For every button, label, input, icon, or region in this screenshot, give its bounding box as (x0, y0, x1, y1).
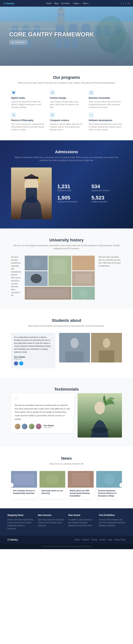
svg-point-37 (39, 181, 40, 182)
program-1-desc: Learn Fashion Design skills at your plac… (50, 100, 83, 109)
history-layout: We don't just give students an education… (11, 256, 122, 300)
hero-btn-arrow: ▶ (12, 41, 14, 43)
history-photo-6 (25, 287, 71, 300)
program-5-name: Software development (89, 119, 122, 122)
student-photo-1 (59, 333, 90, 362)
footer-link-features[interactable]: Features (82, 539, 89, 541)
news-card-4: Vermont Symphony Orchestra Returns to Ev… (96, 471, 122, 499)
news-title-2: Upcoming events on our university (42, 490, 64, 495)
social-facebook[interactable]: f (121, 2, 122, 4)
program-2-desc: These courses will provide you with the … (89, 100, 122, 109)
hero-tag: Build a beautiful website in minutes (9, 28, 94, 30)
business-icon (89, 90, 94, 95)
hero-cta-button[interactable]: ▶ Get Started (9, 40, 28, 44)
footer-col-4-text: Join our 2022 exhibition with over 300 o… (99, 518, 126, 527)
testimonial-reviewer-role: Marketing (44, 426, 54, 428)
footer-logo-icon: ⬡ (8, 538, 10, 541)
nav-store[interactable]: Store ▾ (83, 2, 89, 4)
news-title-4: Vermont Symphony Orchestra Returns to Ev… (98, 490, 120, 497)
footer-link-help[interactable]: Help (108, 539, 112, 541)
student-quote: It's a multicultural university in a div… (14, 336, 52, 354)
nav-home[interactable]: Home (46, 2, 52, 4)
news-section: News News from our university student's … (0, 447, 133, 508)
testimonial-avatar-1 (15, 424, 20, 429)
history-photo-2 (48, 256, 71, 286)
svg-rect-29 (51, 114, 54, 116)
history-left-col: We don't just give students an education… (11, 256, 21, 300)
news-cards: The Computer Science is fundamentally Im… (11, 471, 122, 499)
news-body-3: Details about our Fifth Annual Speed Pai… (68, 488, 94, 499)
svg-point-65 (46, 474, 59, 484)
news-body-2: Upcoming events on our university (40, 488, 66, 496)
program-software: Software development Take software devel… (89, 112, 122, 131)
facebook-icon: f (16, 362, 16, 364)
students-subtitle: Read what current students and alumni ha… (11, 324, 122, 328)
nav-blog[interactable]: Blog (54, 2, 58, 4)
testimonials-title: Testimonials (11, 387, 122, 392)
testimonial-text: We had an incredible experience working … (15, 404, 70, 421)
svg-rect-67 (72, 473, 90, 486)
twitter-icon: t (21, 362, 22, 364)
students-section: Students about Read what current student… (0, 309, 133, 378)
software-icon (89, 112, 94, 118)
footer-nav: ⬡ Gantry About Features Pricing Careers … (0, 536, 133, 544)
svg-rect-58 (99, 350, 114, 362)
testimonial-photo (78, 393, 122, 438)
social-twitter[interactable]: t (123, 2, 124, 4)
footer-bottom: © 2022 All rights reserved. Designed & D… (0, 544, 133, 549)
nav-forwork[interactable]: For Work ▾ (61, 2, 70, 4)
programs-grid: Digital media Courses are structured to … (11, 90, 122, 131)
program-4-desc: Develop or deepen digital skills with ou… (50, 123, 83, 131)
programs-title: Our programs (11, 75, 122, 80)
footer-col-4: Visit Exhibition Join our 2022 exhibitio… (99, 514, 126, 530)
footer-link-pricing[interactable]: Pricing (92, 539, 97, 541)
history-photo-7 (72, 287, 95, 300)
footer-col-3-title: New Award (68, 514, 95, 516)
footer-col-1-title: Stepping Down (8, 514, 34, 516)
quote-mark: " (15, 397, 70, 404)
student-name: Ann Gladas (14, 356, 52, 358)
nav-pages[interactable]: Pages ▾ (73, 2, 80, 4)
news-img-4 (96, 471, 122, 488)
hero-section: Build a beautiful website in minutes Cor… (0, 7, 133, 66)
news-title: News (11, 456, 122, 461)
news-prev-button[interactable]: ‹ (9, 483, 14, 487)
svg-point-46 (31, 274, 42, 283)
student-facebook-btn[interactable]: f (14, 361, 18, 366)
news-card-2: Upcoming events on our university (40, 471, 66, 499)
nav-pages-caret: ▾ (80, 3, 80, 4)
news-next-button[interactable]: › (119, 483, 124, 487)
news-body-4: Vermont Symphony Orchestra Returns to Ev… (96, 488, 122, 499)
history-left-text: We don't just give students an education… (11, 256, 21, 297)
history-photo-4 (25, 271, 48, 286)
students-layout: It's a multicultural university in a div… (11, 333, 122, 368)
news-img-2 (40, 471, 66, 488)
footer-link-privacy[interactable]: Privacy Policy (114, 539, 126, 541)
student-role: Marketing (14, 358, 52, 360)
program-3-name: History & Philosophy (11, 119, 44, 122)
news-layout: ‹ The Computer Science is fundamentally … (11, 471, 122, 499)
footer-col-2-title: New Session (38, 514, 65, 516)
footer-col-1-text: All the Lorem Ipsum generators on the In… (8, 518, 34, 530)
social-youtube[interactable]: y (125, 2, 126, 4)
footer-nav-links: About Features Pricing Careers Help Priv… (75, 539, 126, 541)
footer-col-1: Stepping Down All the Lorem Ipsum genera… (8, 514, 34, 530)
program-5-desc: Take software development courses that i… (89, 123, 122, 131)
hero-btn-label: Get Started (15, 41, 24, 43)
footer-link-careers[interactable]: Careers (100, 539, 106, 541)
history-right-col: We have been operating with our universi… (98, 256, 122, 300)
footer-link-about[interactable]: About (75, 539, 80, 541)
nav-logo-text: Gantry (6, 2, 14, 5)
program-history: History & Philosophy This course will he… (11, 112, 44, 131)
testimonial-photo-img (78, 393, 122, 438)
program-4-name: Computer science (50, 119, 83, 122)
social-linkedin[interactable]: in (128, 2, 129, 4)
student-testimonial-card: It's a multicultural university in a div… (11, 333, 56, 368)
student-twitter-btn[interactable]: t (19, 361, 23, 366)
footer-top: Stepping Down All the Lorem Ipsum genera… (0, 508, 133, 536)
history-photo-3 (72, 256, 95, 270)
testimonial-reviewer-name: Ann Gladas (44, 424, 54, 426)
footer-copyright: © 2022 All rights reserved. Designed & D… (42, 546, 92, 547)
hero-title: Core Gantry Framework (9, 31, 94, 38)
history-right-text: We have been operating with our universi… (98, 256, 122, 268)
